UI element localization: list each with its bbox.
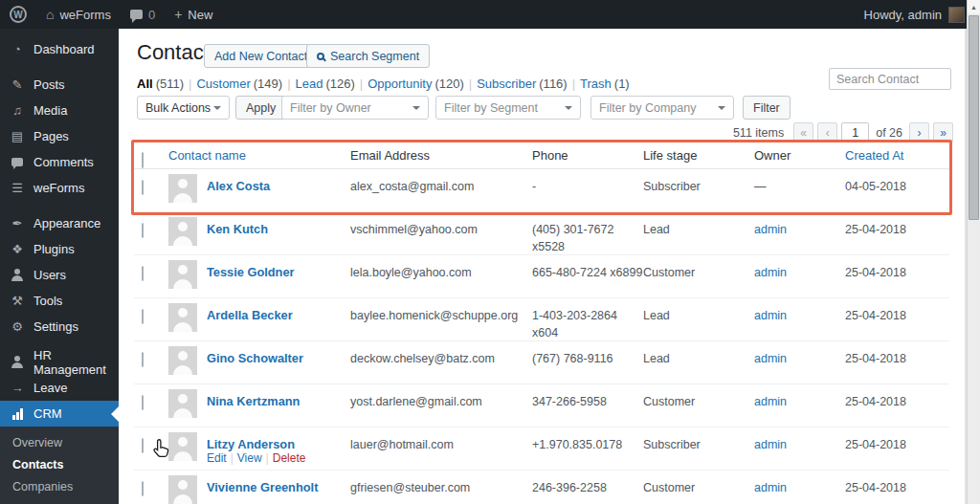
site-name-label: weForms: [59, 8, 110, 22]
column-header-email-address: Email Address: [350, 148, 532, 163]
contact-name-link[interactable]: Vivienne Greenholt: [207, 480, 318, 494]
row-actions: Edit|View|Delete: [207, 451, 305, 465]
contact-name-link[interactable]: Gino Schowalter: [207, 351, 303, 365]
search-segment-button[interactable]: Search Segment: [306, 44, 430, 68]
browser-scrollbar[interactable]: ▲: [967, 0, 980, 504]
contact-checkbox[interactable]: [142, 180, 144, 195]
add-new-contact-button[interactable]: Add New Contact: [204, 44, 318, 68]
submenu-item-activities[interactable]: Activities: [0, 497, 119, 504]
contact-checkbox[interactable]: [142, 352, 144, 367]
comments-admin-bar[interactable]: 0: [121, 0, 165, 29]
first-page-button[interactable]: «: [793, 122, 813, 142]
owner-link[interactable]: admin: [754, 309, 787, 322]
owner-link[interactable]: admin: [754, 438, 787, 451]
view-link-lead[interactable]: Lead(126): [296, 77, 355, 91]
sidebar-item-weforms[interactable]: ☰weForms: [0, 175, 119, 201]
row-action-edit[interactable]: Edit: [207, 451, 227, 465]
sidebar-item-settings[interactable]: ⚙Settings: [0, 314, 119, 340]
contact-checkbox[interactable]: [142, 309, 144, 324]
scrollbar-thumb[interactable]: [969, 15, 979, 220]
life-stage-cell: Customer: [643, 384, 754, 427]
view-link-subscriber[interactable]: Subscriber(116): [477, 77, 568, 91]
comment-bubble-icon: [130, 10, 143, 19]
contact-name-link[interactable]: Ken Kutch: [207, 222, 268, 236]
new-content-menu[interactable]: + New: [165, 0, 222, 29]
view-link-trash[interactable]: Trash(1): [580, 77, 630, 91]
sidebar-item-users[interactable]: Users: [0, 262, 119, 288]
chevron-down-icon: [412, 106, 420, 114]
contact-checkbox[interactable]: [142, 223, 144, 238]
sidebar-item-pages[interactable]: ▤Pages: [0, 123, 119, 149]
owner-link[interactable]: admin: [754, 481, 787, 494]
contact-name-link[interactable]: Alex Costa: [207, 179, 270, 193]
phone-cell: -: [532, 169, 643, 211]
sidebar-item-crm[interactable]: CRM: [0, 401, 119, 427]
user-avatar[interactable]: [948, 7, 965, 23]
sidebar-item-appearance[interactable]: ✒Appearance: [0, 210, 119, 236]
sidebar-item-media[interactable]: ♫Media: [0, 98, 119, 123]
site-name-link[interactable]: ⌂ weForms: [36, 0, 121, 29]
contact-name-link[interactable]: Tessie Goldner: [207, 265, 295, 279]
prev-page-button[interactable]: ‹: [817, 122, 837, 142]
owner-link[interactable]: admin: [754, 266, 787, 279]
created-at-cell: 04-05-2018: [845, 169, 949, 211]
posts-icon: ✎: [10, 78, 25, 91]
life-stage-cell: Lead: [643, 212, 754, 255]
filter-by-segment-select[interactable]: Filter by Segment: [435, 96, 581, 120]
comments-count: 0: [148, 8, 155, 22]
bulk-actions-select[interactable]: Bulk Actions: [137, 96, 230, 120]
select-all-checkbox[interactable]: [142, 152, 144, 168]
contact-checkbox[interactable]: [142, 438, 144, 453]
owner-link[interactable]: admin: [754, 395, 787, 408]
apply-button[interactable]: Apply: [235, 96, 286, 120]
view-link-customer[interactable]: Customer(149): [196, 77, 282, 91]
scroll-up-button[interactable]: ▲: [968, 0, 980, 13]
contact-avatar: [168, 346, 197, 375]
view-link-opportunity[interactable]: Opportunity(120): [368, 77, 464, 91]
sidebar-item-label: Media: [33, 103, 67, 118]
table-row: Litzy Andersonlauer@hotmail.com+1.970.83…: [134, 427, 949, 471]
search-contact-input[interactable]: [829, 68, 951, 90]
last-page-button[interactable]: »: [933, 122, 953, 142]
sidebar-item-comments[interactable]: Comments: [0, 149, 119, 175]
sidebar-item-posts[interactable]: ✎Posts: [0, 72, 119, 98]
current-page-input[interactable]: [841, 122, 869, 142]
contact-avatar: [168, 475, 197, 504]
owner-link[interactable]: admin: [754, 352, 787, 365]
view-link-all[interactable]: All(511): [137, 77, 184, 91]
next-page-button[interactable]: ›: [909, 122, 929, 142]
sidebar-item-tools[interactable]: ⚒Tools: [0, 288, 119, 314]
phone-cell: 246-396-2258: [532, 471, 643, 504]
sidebar-item-label: CRM: [33, 406, 62, 421]
contact-checkbox[interactable]: [142, 481, 144, 496]
filter-button[interactable]: Filter: [743, 96, 791, 120]
row-action-view[interactable]: View: [237, 451, 262, 465]
contact-checkbox[interactable]: [142, 266, 144, 281]
submenu-item-contacts[interactable]: Contacts: [0, 453, 119, 475]
view-label: Lead: [296, 77, 323, 91]
view-label: Opportunity: [368, 77, 432, 91]
howdy-account-link[interactable]: Howdy, admin: [864, 8, 942, 22]
sidebar-item-leave[interactable]: →Leave: [0, 375, 119, 401]
plugins-icon: ❖: [10, 243, 25, 255]
sidebar-item-hr-management[interactable]: HR Management: [0, 349, 119, 375]
column-header-contact-name[interactable]: Contact name: [168, 148, 350, 163]
contact-name-link[interactable]: Litzy Anderson: [207, 437, 295, 451]
submenu-item-companies[interactable]: Companies: [0, 475, 119, 497]
contact-checkbox[interactable]: [142, 395, 144, 410]
contact-name-link[interactable]: Nina Kertzmann: [207, 394, 300, 408]
contact-name-link[interactable]: Ardella Becker: [207, 308, 293, 322]
sidebar-item-plugins[interactable]: ❖Plugins: [0, 236, 119, 262]
filter-by-owner-select[interactable]: Filter by Owner: [281, 96, 429, 120]
email-cell: baylee.homenick@schuppe.org: [350, 298, 532, 341]
chevron-down-icon: [213, 106, 221, 114]
sidebar-item-dashboard[interactable]: ◔Dashboard: [0, 36, 119, 62]
column-header-created-at[interactable]: Created At: [845, 148, 949, 163]
owner-empty: —: [754, 180, 767, 193]
created-at-cell: 25-04-2018: [845, 427, 949, 470]
row-action-delete[interactable]: Delete: [273, 451, 306, 465]
owner-link[interactable]: admin: [754, 223, 787, 236]
filter-by-company-select[interactable]: Filter by Company: [590, 96, 734, 120]
wordpress-menu[interactable]: W: [0, 0, 36, 29]
submenu-item-overview[interactable]: Overview: [0, 431, 119, 453]
